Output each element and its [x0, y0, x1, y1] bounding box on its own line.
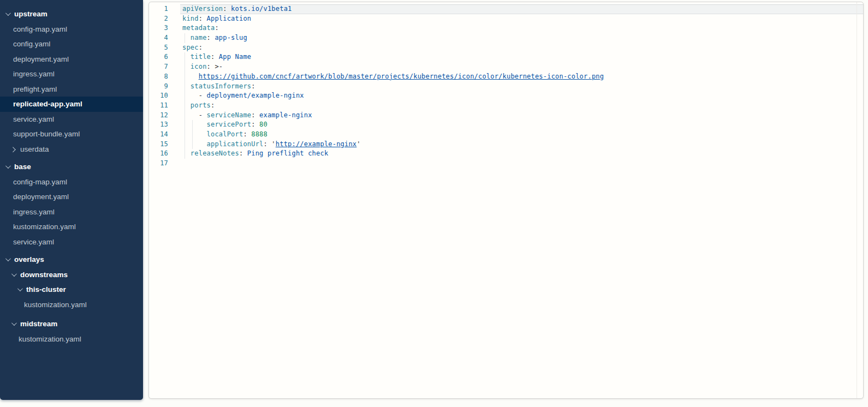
line-number[interactable]: 8 — [149, 72, 168, 82]
line-number[interactable]: 11 — [149, 101, 168, 111]
tree-file-kustomization-yaml[interactable]: kustomization.yaml — [0, 332, 143, 347]
line-number[interactable]: 2 — [149, 14, 168, 24]
indent-guide — [192, 140, 193, 149]
tree-file-deployment-yaml[interactable]: deployment.yaml — [0, 52, 143, 67]
tree-folder-userdata[interactable]: userdata — [0, 142, 143, 157]
chevron-down-icon[interactable] — [11, 271, 17, 277]
yaml-punctuation — [182, 130, 207, 138]
line-number[interactable]: 16 — [149, 149, 168, 159]
line-number[interactable]: 13 — [149, 120, 168, 130]
code-line: 13 servicePort: 80 — [149, 120, 863, 130]
tree-file-service-yaml[interactable]: service.yaml — [0, 112, 143, 127]
indent-guide — [185, 130, 185, 140]
tree-file-preflight-yaml[interactable]: preflight.yaml — [0, 82, 143, 97]
code-line-content[interactable]: kind: Application — [180, 14, 863, 24]
code-line-content[interactable]: applicationUrl: 'http://example-nginx' — [180, 140, 863, 149]
chevron-down-icon[interactable] — [5, 163, 11, 169]
code-line-content[interactable]: statusInformers: — [180, 82, 863, 92]
tree-file-config-yaml[interactable]: config.yaml — [0, 37, 143, 52]
yaml-link[interactable]: http://example-nginx — [276, 140, 357, 148]
line-number[interactable]: 4 — [149, 33, 168, 43]
tree-file-kustomization-yaml[interactable]: kustomization.yaml — [0, 297, 143, 313]
tree-file-ingress-yaml[interactable]: ingress.yaml — [0, 205, 143, 220]
yaml-punctuation — [182, 149, 191, 157]
code-line: 17 — [149, 159, 863, 169]
yaml-value: Ping preflight check — [247, 149, 329, 157]
line-number[interactable]: 7 — [149, 62, 168, 72]
tree-file-ingress-yaml[interactable]: ingress.yaml — [0, 67, 143, 82]
code-line-content[interactable]: releaseNotes: Ping preflight check — [180, 149, 863, 159]
tree-folder-upstream[interactable]: upstream — [0, 7, 143, 22]
yaml-key: kind — [182, 15, 199, 22]
yaml-punctuation — [182, 53, 191, 61]
code-line-content[interactable]: localPort: 8888 — [180, 130, 863, 140]
tree-file-deployment-yaml[interactable]: deployment.yaml — [0, 189, 143, 205]
tree-folder-overlays[interactable]: overlays — [0, 252, 143, 267]
yaml-punctuation — [182, 82, 191, 90]
code-line-content[interactable]: - serviceName: example-nginx — [180, 111, 863, 121]
tree-item-label: kustomization.yaml — [19, 335, 81, 343]
code-line: 4 name: app-slug — [149, 33, 863, 43]
code-line-content[interactable]: ports: — [180, 101, 863, 111]
yaml-punctuation: : — [243, 130, 251, 138]
chevron-down-icon[interactable] — [5, 10, 11, 16]
code-line-content[interactable]: - deployment/example-nginx — [180, 91, 863, 101]
code-line-content[interactable]: servicePort: 80 — [180, 120, 863, 130]
line-number[interactable]: 6 — [149, 52, 168, 62]
yaml-key: releaseNotes — [191, 149, 239, 157]
tree-item-label: replicated-app.yaml — [13, 100, 82, 108]
tree-folder-this-cluster[interactable]: this-cluster — [0, 282, 143, 297]
line-number[interactable]: 17 — [149, 159, 168, 169]
indent-guide — [185, 91, 185, 101]
yaml-punctuation: ' — [356, 140, 360, 148]
tree-item-label: config-map.yaml — [13, 178, 67, 186]
line-number[interactable]: 15 — [149, 140, 168, 149]
yaml-punctuation: - — [182, 92, 207, 99]
yaml-punctuation: : — [239, 149, 247, 157]
tree-item-label: config-map.yaml — [13, 25, 67, 33]
tree-item-label: service.yaml — [13, 115, 54, 123]
chevron-down-icon[interactable] — [17, 286, 23, 291]
tree-item-label: support-bundle.yaml — [13, 130, 80, 138]
code-line-content[interactable] — [180, 159, 863, 169]
file-tree-sidebar: upstreamconfig-map.yamlconfig.yamldeploy… — [0, 0, 143, 400]
line-number[interactable]: 3 — [149, 23, 168, 33]
indent-guide — [185, 149, 185, 159]
line-number[interactable]: 5 — [149, 43, 168, 53]
yaml-punctuation: - — [182, 111, 207, 119]
kots-file-editor-app: upstreamconfig-map.yamlconfig.yamldeploy… — [0, 0, 868, 407]
code-line-content[interactable]: spec: — [180, 43, 863, 53]
tree-file-config-map-yaml[interactable]: config-map.yaml — [0, 175, 143, 190]
yaml-key: title — [191, 53, 211, 61]
code-line: 16 releaseNotes: Ping preflight check — [149, 149, 863, 159]
code-line-content[interactable]: name: app-slug — [180, 33, 863, 43]
code-line-content[interactable]: metadata: — [180, 23, 863, 33]
tree-file-service-yaml[interactable]: service.yaml — [0, 235, 143, 250]
code-line-content[interactable]: icon: >- — [180, 62, 863, 72]
line-number[interactable]: 12 — [149, 111, 168, 121]
chevron-down-icon[interactable] — [5, 256, 11, 261]
yaml-punctuation — [182, 101, 191, 109]
yaml-key: metadata — [182, 24, 215, 32]
tree-file-replicated-app-yaml[interactable]: replicated-app.yaml — [0, 97, 143, 112]
tree-folder-downstreams[interactable]: downstreams — [0, 267, 143, 283]
code-line-content[interactable]: https://github.com/cncf/artwork/blob/mas… — [180, 72, 863, 82]
code-line-content-active[interactable]: apiVersion: kots.io/v1beta1 — [180, 4, 863, 14]
line-number[interactable]: 10 — [149, 91, 168, 101]
chevron-right-icon[interactable] — [10, 147, 16, 152]
code-line: 6 title: App Name — [149, 52, 863, 62]
tree-file-kustomization-yaml[interactable]: kustomization.yaml — [0, 219, 143, 235]
yaml-code-editor[interactable]: 1apiVersion: kots.io/v1beta12kind: Appli… — [148, 2, 864, 399]
tree-folder-midstream[interactable]: midstream — [0, 316, 143, 332]
line-number[interactable]: 1 — [149, 4, 168, 14]
editor-scrollbar-track[interactable] — [857, 2, 857, 398]
line-number[interactable]: 9 — [149, 82, 168, 92]
code-line-content[interactable]: title: App Name — [180, 52, 863, 62]
tree-folder-base[interactable]: base — [0, 159, 143, 175]
line-number[interactable]: 14 — [149, 130, 168, 140]
tree-file-support-bundle-yaml[interactable]: support-bundle.yaml — [0, 127, 143, 142]
tree-file-config-map-yaml[interactable]: config-map.yaml — [0, 22, 143, 37]
code-line: 9 statusInformers: — [149, 82, 863, 92]
yaml-link[interactable]: https://github.com/cncf/artwork/blob/mas… — [199, 73, 604, 80]
chevron-down-icon[interactable] — [11, 320, 17, 326]
